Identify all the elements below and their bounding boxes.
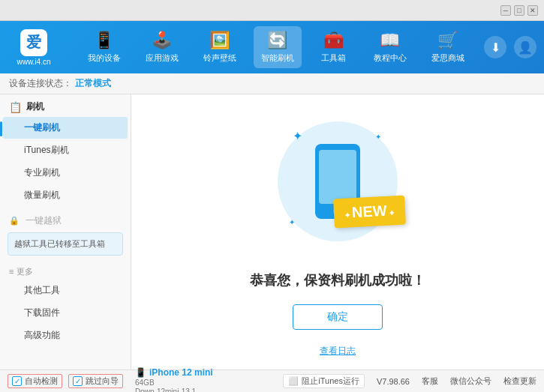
account-button[interactable]: 👤 <box>514 36 536 58</box>
repeat-link[interactable]: 查看日志 <box>320 345 356 358</box>
sidebar-download-firmware[interactable]: 下载固件 <box>3 302 128 324</box>
sidebar-pro-flash[interactable]: 专业刷机 <box>3 162 128 184</box>
sidebar-itunes-flash[interactable]: iTunes刷机 <box>3 139 128 161</box>
version-label: V7.98.66 <box>377 377 410 386</box>
logo: 爱 www.i4.cn <box>8 29 60 66</box>
header-right: ⬇ 👤 <box>484 36 536 58</box>
sidebar-one-click-flash-wrap: 一键刷机 <box>0 117 131 139</box>
nav-store[interactable]: 🛒 爱思商城 <box>424 26 472 68</box>
sidebar: 📋 刷机 一键刷机 iTunes刷机 专业刷机 微量刷机 🔒 一键越狱 越狱工具… <box>0 94 131 370</box>
auto-detect-wrap[interactable]: ✓ 自动检测 <box>8 374 62 388</box>
main-layout: 📋 刷机 一键刷机 iTunes刷机 专业刷机 微量刷机 🔒 一键越狱 越狱工具… <box>0 94 544 370</box>
nav-tutorial-label: 教程中心 <box>374 52 407 64</box>
sidebar-section-flash: 📋 刷机 <box>0 94 131 116</box>
tutorial-icon: 📖 <box>380 31 400 50</box>
apps-games-icon: 🕹️ <box>152 31 172 50</box>
more-section-title: 更多 <box>17 266 33 277</box>
success-illustration: ✦ ✦ ✦ NEW <box>263 106 413 256</box>
skip-wizard-wrap[interactable]: ✓ 跳过向导 <box>68 374 123 388</box>
auto-detect-label: 自动检测 <box>25 376 58 387</box>
window-controls[interactable]: ─ □ ✕ <box>500 5 538 16</box>
sparkle-1: ✦ <box>293 129 302 143</box>
sidebar-other-tools[interactable]: 其他工具 <box>3 280 128 301</box>
nav-items: 📱 我的设备 🕹️ 应用游戏 🖼️ 铃声壁纸 🔄 智能刷机 🧰 工具箱 📖 教程… <box>75 26 476 68</box>
title-bar: ─ □ ✕ <box>0 0 544 21</box>
sidebar-micro-flash[interactable]: 微量刷机 <box>3 184 128 206</box>
skip-wizard-checkbox[interactable]: ✓ <box>73 376 83 386</box>
sidebar-one-click-flash[interactable]: 一键刷机 <box>3 117 128 139</box>
nav-apps-games[interactable]: 🕹️ 应用游戏 <box>138 26 186 68</box>
success-text: 恭喜您，保资料刷机成功啦！ <box>250 271 425 289</box>
content-area: ✦ ✦ ✦ NEW 恭喜您，保资料刷机成功啦！ 确定 查看日志 <box>131 94 544 370</box>
jailbreak-notice: 越狱工具已转移至工具箱 <box>8 232 123 256</box>
bottom-right: ⬜ 阻止iTunes运行 V7.98.66 客服 微信公众号 检查更新 <box>283 374 536 388</box>
nav-toolbox-label: 工具箱 <box>321 52 346 64</box>
store-icon: 🛒 <box>437 31 458 50</box>
itunes-status-label: 阻止iTunes运行 <box>302 376 359 387</box>
nav-tutorial[interactable]: 📖 教程中心 <box>366 26 414 68</box>
status-bar: 设备连接状态： 正常模式 <box>0 73 544 94</box>
nav-my-device-label: 我的设备 <box>88 52 121 64</box>
download-button[interactable]: ⬇ <box>484 36 506 58</box>
nav-store-label: 爱思商城 <box>431 52 464 64</box>
header: 爱 www.i4.cn 📱 我的设备 🕹️ 应用游戏 🖼️ 铃声壁纸 🔄 智能刷… <box>0 21 544 73</box>
device-storage: 64GB <box>135 379 213 387</box>
minimize-button[interactable]: ─ <box>500 5 511 16</box>
nav-apps-games-label: 应用游戏 <box>146 52 179 64</box>
maximize-button[interactable]: □ <box>514 5 524 16</box>
flash-section-title: 刷机 <box>26 100 44 113</box>
sparkle-3: ✦ <box>289 218 295 226</box>
jailbreak-icon: 🔒 <box>9 216 20 226</box>
new-badge: NEW <box>333 196 406 229</box>
sparkle-2: ✦ <box>375 133 381 141</box>
toolbox-icon: 🧰 <box>323 31 344 50</box>
sidebar-jailbreak-section: 🔒 一键越狱 <box>0 209 131 229</box>
smart-flash-icon: 🔄 <box>267 31 287 50</box>
logo-url: www.i4.cn <box>17 58 50 66</box>
sidebar-advanced[interactable]: 高级功能 <box>3 325 128 346</box>
bottom-left: ✓ 自动检测 ✓ 跳过向导 📱 iPhone 12 mini 64GB Down… <box>8 367 213 393</box>
auto-detect-checkbox[interactable]: ✓ <box>12 376 22 386</box>
bottom-bar: ✓ 自动检测 ✓ 跳过向导 📱 iPhone 12 mini 64GB Down… <box>0 370 544 392</box>
flash-section-icon: 📋 <box>9 101 22 113</box>
device-name: 📱 iPhone 12 mini <box>135 367 213 378</box>
my-device-icon: 📱 <box>94 31 114 50</box>
device-icon: 📱 <box>135 367 146 378</box>
ringtones-icon: 🖼️ <box>209 31 230 50</box>
confirm-button[interactable]: 确定 <box>293 304 383 330</box>
nav-my-device[interactable]: 📱 我的设备 <box>80 26 128 68</box>
phone-circle: ✦ ✦ ✦ NEW <box>278 121 398 241</box>
nav-smart-flash-label: 智能刷机 <box>261 52 294 64</box>
sidebar-more-section: ≡ 更多 <box>0 262 131 279</box>
nav-toolbox[interactable]: 🧰 工具箱 <box>311 26 356 68</box>
check-update-link[interactable]: 检查更新 <box>503 376 536 387</box>
wechat-link[interactable]: 微信公众号 <box>450 376 491 387</box>
jailbreak-title: 一键越狱 <box>26 214 62 227</box>
status-label: 设备连接状态： <box>9 77 72 90</box>
nav-smart-flash[interactable]: 🔄 智能刷机 <box>254 26 302 68</box>
skip-wizard-label: 跳过向导 <box>86 376 119 387</box>
device-firmware: Down-12mini-13,1 <box>135 388 213 393</box>
device-info: 📱 iPhone 12 mini 64GB Down-12mini-13,1 <box>135 367 213 393</box>
nav-ringtones-label: 铃声壁纸 <box>203 52 236 64</box>
logo-icon: 爱 <box>20 29 47 56</box>
status-value: 正常模式 <box>75 77 111 90</box>
more-section-icon: ≡ <box>9 267 14 276</box>
nav-ringtones[interactable]: 🖼️ 铃声壁纸 <box>196 26 244 68</box>
service-link[interactable]: 客服 <box>422 376 438 387</box>
itunes-status-icon: ⬜ <box>288 376 299 386</box>
itunes-status[interactable]: ⬜ 阻止iTunes运行 <box>283 374 365 388</box>
close-button[interactable]: ✕ <box>527 5 538 16</box>
phone-screen <box>319 150 356 204</box>
